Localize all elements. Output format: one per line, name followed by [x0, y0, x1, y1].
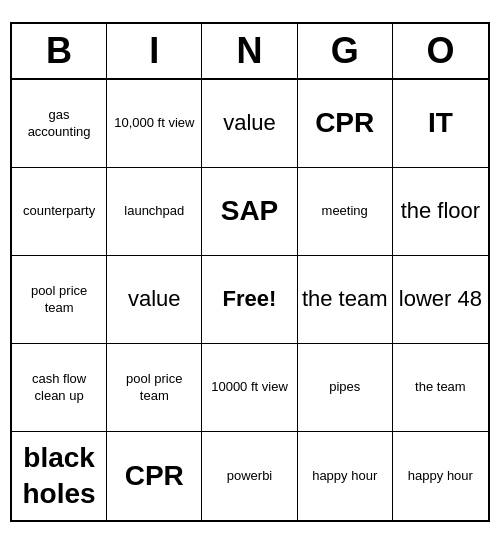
- bingo-cell: CPR: [298, 80, 393, 168]
- bingo-card: BINGO gas accounting10,000 ft viewvalueC…: [10, 22, 490, 522]
- bingo-cell: pipes: [298, 344, 393, 432]
- bingo-cell: 10,000 ft view: [107, 80, 202, 168]
- header-letter: B: [12, 24, 107, 78]
- bingo-cell: IT: [393, 80, 488, 168]
- bingo-cell: happy hour: [298, 432, 393, 520]
- header-letter: G: [298, 24, 393, 78]
- bingo-cell: 10000 ft view: [202, 344, 297, 432]
- bingo-cell: lower 48: [393, 256, 488, 344]
- header-letter: O: [393, 24, 488, 78]
- bingo-cell: Free!: [202, 256, 297, 344]
- bingo-cell: the team: [298, 256, 393, 344]
- header-letter: N: [202, 24, 297, 78]
- bingo-cell: pool price team: [107, 344, 202, 432]
- bingo-cell: the floor: [393, 168, 488, 256]
- bingo-cell: counterparty: [12, 168, 107, 256]
- bingo-cell: CPR: [107, 432, 202, 520]
- bingo-header: BINGO: [12, 24, 488, 80]
- bingo-cell: value: [107, 256, 202, 344]
- bingo-cell: launchpad: [107, 168, 202, 256]
- header-letter: I: [107, 24, 202, 78]
- bingo-cell: black holes: [12, 432, 107, 520]
- bingo-cell: the team: [393, 344, 488, 432]
- bingo-cell: SAP: [202, 168, 297, 256]
- bingo-cell: happy hour: [393, 432, 488, 520]
- bingo-cell: powerbi: [202, 432, 297, 520]
- bingo-grid: gas accounting10,000 ft viewvalueCPRITco…: [12, 80, 488, 520]
- bingo-cell: meeting: [298, 168, 393, 256]
- bingo-cell: pool price team: [12, 256, 107, 344]
- bingo-cell: value: [202, 80, 297, 168]
- bingo-cell: gas accounting: [12, 80, 107, 168]
- bingo-cell: cash flow clean up: [12, 344, 107, 432]
